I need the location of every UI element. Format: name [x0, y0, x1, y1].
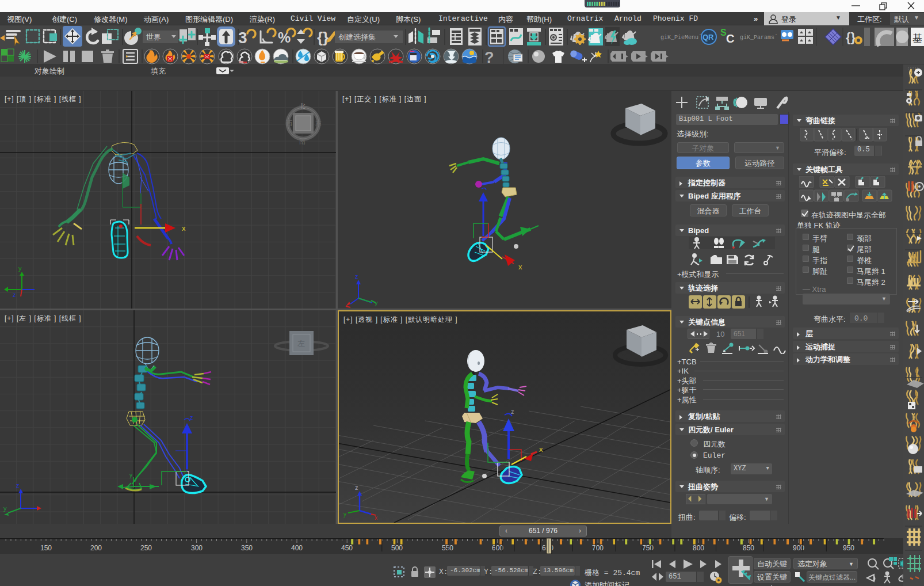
svg-text:850: 850 [743, 544, 754, 552]
svg-text:x: x [539, 445, 543, 454]
svg-text:550: 550 [442, 544, 453, 552]
svg-text:x: x [182, 224, 186, 233]
svg-text:y: y [129, 472, 132, 478]
svg-text:基: 基 [912, 33, 922, 44]
svg-text:左: 左 [297, 339, 305, 348]
svg-text:giK_Params`: giK_Params` [740, 34, 778, 41]
svg-text:500: 500 [391, 544, 403, 552]
svg-text:%: % [278, 29, 291, 45]
svg-text:950: 950 [843, 544, 854, 552]
svg-text:900: 900 [793, 544, 804, 552]
svg-text:y: y [343, 511, 346, 517]
svg-text:东: 东 [315, 120, 322, 127]
svg-text:创建选择集: 创建选择集 [338, 33, 376, 41]
svg-text:600: 600 [492, 544, 503, 552]
svg-text:y: y [3, 505, 7, 512]
svg-text:giK_PieMenu`: giK_PieMenu` [660, 34, 702, 41]
svg-text:C: C [726, 32, 734, 45]
svg-text:450: 450 [341, 544, 353, 552]
svg-text:350: 350 [241, 544, 253, 552]
svg-text:西: 西 [286, 120, 292, 127]
svg-text:z: z [355, 484, 358, 491]
svg-text:z: z [16, 482, 20, 489]
svg-text:800: 800 [693, 544, 704, 552]
svg-text:150: 150 [40, 544, 52, 552]
svg-text:400: 400 [291, 544, 303, 552]
svg-text:z: z [511, 408, 514, 415]
svg-text:{}: {} [846, 30, 856, 44]
svg-text:QR: QR [702, 33, 714, 41]
svg-text:南: 南 [299, 138, 306, 145]
svg-text:200: 200 [90, 544, 102, 552]
svg-text:250: 250 [140, 544, 152, 552]
svg-text:z: z [13, 291, 16, 298]
svg-text:北: 北 [299, 102, 306, 109]
svg-text:700: 700 [592, 544, 604, 552]
svg-text:300: 300 [191, 544, 203, 552]
svg-text:x: x [375, 515, 377, 521]
svg-text:y: y [18, 265, 22, 272]
svg-text:z: z [355, 273, 358, 280]
svg-text:z: z [190, 414, 193, 421]
svg-text:3: 3 [238, 29, 247, 47]
svg-text:世界: 世界 [146, 33, 161, 41]
svg-text:y: y [375, 299, 378, 306]
svg-text:?: ? [484, 49, 494, 64]
svg-text:x: x [518, 262, 522, 271]
svg-text:{}: {} [317, 29, 329, 46]
